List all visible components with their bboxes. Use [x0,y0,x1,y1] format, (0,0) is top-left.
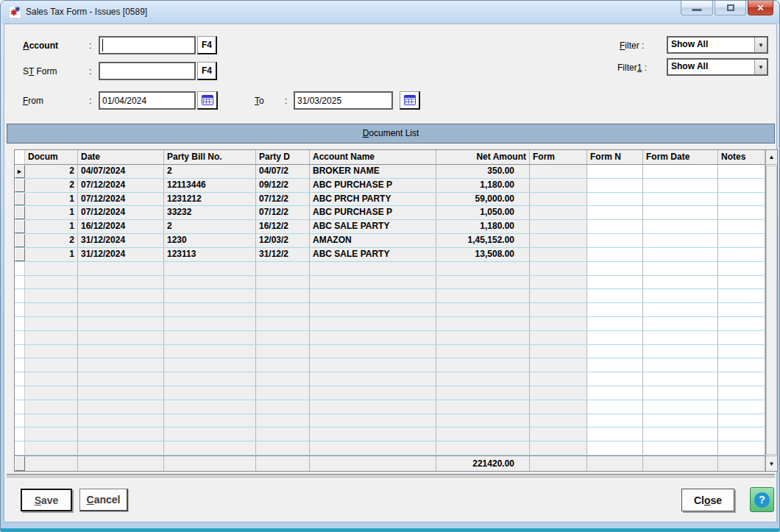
filter-dropdown[interactable]: Show All ▼ [667,36,768,54]
row-selector-cell[interactable] [15,193,25,206]
column-header-date[interactable]: Date [78,150,164,165]
cell-party_d[interactable]: 12/03/2 [256,234,310,247]
scroll-up-button[interactable]: ▲ [766,150,777,165]
cell-form_date[interactable] [643,248,718,261]
cell-form_date[interactable] [643,220,718,233]
restore-button[interactable] [715,1,746,15]
column-header-form[interactable]: Form [530,150,587,165]
cell-date[interactable]: 07/12/2024 [78,179,164,192]
cell-form_date[interactable] [643,193,718,206]
to-date-input[interactable] [294,91,393,110]
cell-party_d[interactable]: 07/12/2 [256,193,310,206]
vertical-scrollbar[interactable]: ▲ ▼ [765,150,777,471]
filter1-dropdown[interactable]: Show All ▼ [667,58,768,76]
cell-party_d[interactable]: 04/07/2 [256,165,310,178]
cell-form[interactable] [530,248,587,261]
cell-form[interactable] [530,179,587,192]
from-calendar-button[interactable] [197,91,218,110]
table-row[interactable]: 107/12/20243323207/12/2ABC PURCHASE P1,0… [15,206,765,220]
cell-notes[interactable] [718,234,765,247]
from-date-input[interactable] [99,91,196,110]
cell-account_name[interactable]: ABC PRCH PARTY [310,193,436,206]
cell-form[interactable] [530,193,587,206]
cell-date[interactable]: 31/12/2024 [78,248,164,261]
scrollbar-thumb[interactable] [766,166,777,455]
cell-docum[interactable]: 1 [25,193,78,206]
account-f4-button[interactable]: F4 [197,36,217,54]
title-bar[interactable]: ✱ ✱ Sales Tax Form - Issues [0589] [1,1,779,24]
table-row[interactable]: 107/12/2024123121207/12/2ABC PRCH PARTY5… [15,193,765,207]
cell-date[interactable]: 31/12/2024 [78,234,164,247]
cell-net_amount[interactable]: 13,508.00 [436,248,530,261]
cell-party_bill_no[interactable]: 33232 [164,206,256,219]
cell-docum[interactable]: 1 [25,248,78,261]
cell-form_date[interactable] [643,206,718,219]
cell-form[interactable] [530,234,587,247]
cell-docum[interactable]: 2 [25,234,78,247]
column-header-party_bill_no[interactable]: Party Bill No. [164,150,256,165]
cell-party_d[interactable]: 09/12/2 [256,179,310,192]
cell-form_date[interactable] [643,165,718,178]
cell-notes[interactable] [718,179,765,192]
row-selector-cell[interactable] [15,206,25,219]
save-button[interactable]: Save [21,489,72,511]
cell-account_name[interactable]: AMAZON [310,234,436,247]
cell-party_bill_no[interactable]: 123113 [164,248,256,261]
cell-form[interactable] [530,165,587,178]
st-form-input[interactable] [99,62,196,80]
filter-dropdown-button[interactable]: ▼ [754,38,767,52]
cell-net_amount[interactable]: 1,050.00 [436,206,530,219]
column-header-form_n[interactable]: Form N [587,150,643,165]
cell-notes[interactable] [718,165,765,178]
table-row[interactable]: ►204/07/2024204/07/2BROKER NAME350.00 [15,165,765,179]
cell-party_d[interactable]: 31/12/2 [256,248,310,261]
cell-date[interactable]: 16/12/2024 [78,220,164,233]
cell-docum[interactable]: 2 [25,165,78,178]
column-header-docum[interactable]: Docum [25,150,78,165]
column-header-notes[interactable]: Notes [718,150,765,165]
cell-party_bill_no[interactable]: 2 [164,220,256,233]
cell-net_amount[interactable]: 350.00 [436,165,530,178]
cell-party_bill_no[interactable]: 2 [164,165,256,178]
cell-party_d[interactable]: 16/12/2 [256,220,310,233]
cell-account_name[interactable]: ABC PURCHASE P [310,206,436,219]
cell-party_bill_no[interactable]: 1231212 [164,193,256,206]
table-row[interactable]: 207/12/20241211344609/12/2ABC PURCHASE P… [15,179,765,193]
cell-form_n[interactable] [587,220,643,233]
minimize-button[interactable] [681,1,713,15]
cell-account_name[interactable]: ABC SALE PARTY [310,220,436,233]
row-selector-cell[interactable] [15,234,25,247]
cell-date[interactable]: 07/12/2024 [78,206,164,219]
help-button[interactable]: ? [750,487,774,512]
row-selector-cell[interactable] [15,248,25,261]
cell-form[interactable] [530,220,587,233]
cell-net_amount[interactable]: 1,45,152.00 [436,234,530,247]
cell-notes[interactable] [718,206,765,219]
row-selector-cell[interactable] [15,179,25,192]
cell-form_n[interactable] [587,193,643,206]
cell-party_bill_no[interactable]: 12113446 [164,179,256,192]
cell-account_name[interactable]: ABC PURCHASE P [310,179,436,192]
cell-form_n[interactable] [587,234,643,247]
cell-party_bill_no[interactable]: 1230 [164,234,256,247]
account-input[interactable] [99,36,196,54]
cell-docum[interactable]: 1 [25,206,78,219]
cell-notes[interactable] [718,193,765,206]
column-header-net_amount[interactable]: Net Amount [436,150,530,165]
cell-net_amount[interactable]: 1,180.00 [436,220,530,233]
column-header-account_name[interactable]: Account Name [310,150,436,165]
to-calendar-button[interactable] [400,91,420,110]
cell-form_n[interactable] [587,165,643,178]
cell-form_n[interactable] [587,248,643,261]
cell-form[interactable] [530,206,587,219]
cell-docum[interactable]: 1 [25,220,78,233]
table-row[interactable]: 116/12/2024216/12/2ABC SALE PARTY1,180.0… [15,220,765,234]
cell-form_n[interactable] [587,179,643,192]
st-form-f4-button[interactable]: F4 [197,62,217,80]
cell-form_n[interactable] [587,206,643,219]
cell-net_amount[interactable]: 59,000.00 [436,193,530,206]
cell-net_amount[interactable]: 1,180.00 [436,179,530,192]
close-window-button[interactable]: ✕ [748,1,773,15]
cell-form_date[interactable] [643,179,718,192]
table-row[interactable]: 231/12/2024123012/03/2AMAZON1,45,152.00 [15,234,765,248]
